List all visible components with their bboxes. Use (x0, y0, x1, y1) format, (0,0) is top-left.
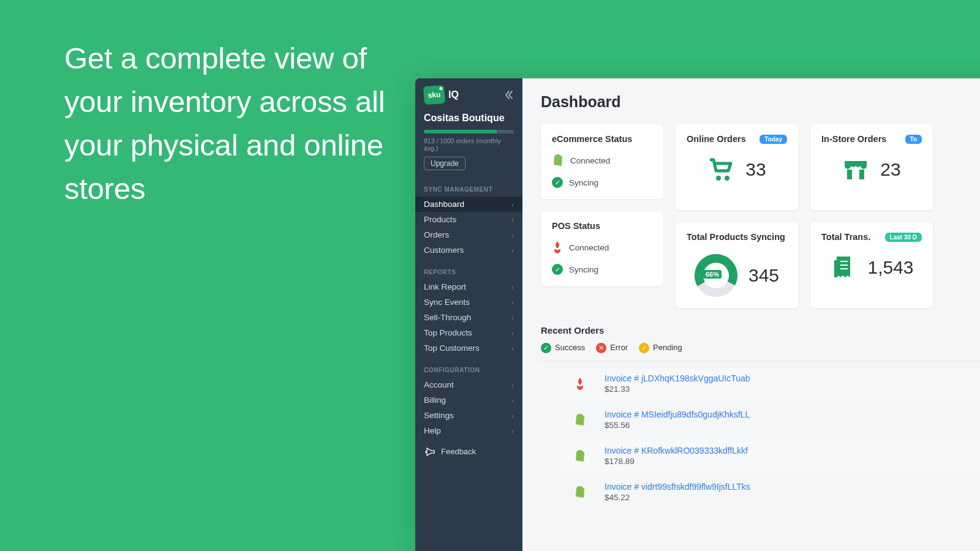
cart-icon (707, 156, 734, 183)
success-icon: ✓ (541, 343, 551, 353)
nav-orders[interactable]: Orders› (415, 227, 522, 242)
store-name: Cositas Boutique (424, 113, 514, 124)
collapse-sidebar-button[interactable] (504, 90, 514, 100)
card-pos-status: POS Status Connected ✓ Syncing (541, 211, 663, 286)
feedback-label: Feedback (441, 447, 476, 456)
order-row[interactable]: Invoice # MSIeidfju89dfs0gudjKhksfLL $55… (559, 403, 980, 436)
upgrade-button[interactable]: Upgrade (424, 157, 466, 170)
section-label-config: CONFIGURATION (415, 356, 522, 377)
nav-account[interactable]: Account› (415, 377, 522, 392)
check-icon: ✓ (552, 264, 563, 275)
nav-top-customers[interactable]: Top Customers› (415, 340, 522, 356)
nav-customers[interactable]: Customers› (415, 242, 522, 258)
nav-link-report[interactable]: Link Report› (415, 279, 522, 294)
shopify-icon (552, 154, 564, 167)
card-title: eCommerce Status (552, 134, 652, 144)
logo-badge-icon: sku (423, 85, 445, 105)
card-title: Online Orders (687, 134, 746, 144)
svg-point-1 (725, 176, 729, 181)
card-title: Total Products Syncing (687, 232, 787, 242)
card-title: Total Trans. (821, 232, 870, 242)
nav-dashboard[interactable]: Dashboard› (415, 197, 522, 212)
donut-pct-label: 66% (703, 270, 722, 279)
nav-products[interactable]: Products› (415, 212, 522, 227)
shopify-icon (568, 449, 592, 463)
lightspeed-icon (568, 377, 592, 391)
usage-progress (424, 130, 514, 133)
section-label-reports: REPORTS (415, 258, 522, 279)
invoice-link[interactable]: Invoice # jLDXhqK198skVggaUIcTuab (605, 373, 980, 383)
page-title: Dashboard (541, 93, 980, 111)
logo-suffix: IQ (448, 89, 459, 100)
nav-settings[interactable]: Settings› (415, 408, 522, 423)
main-content: Dashboard eCommerce Status Connected ✓ S… (522, 78, 980, 551)
invoice-link[interactable]: Invoice # KRofkwklRO039333kdffLkkf (605, 446, 980, 455)
nav-billing[interactable]: Billing› (415, 392, 522, 408)
error-icon: ✕ (596, 343, 606, 353)
donut-chart-icon: 66% (695, 254, 737, 297)
recent-orders-title: Recent Orders (541, 325, 980, 335)
check-icon: ✓ (552, 177, 563, 188)
metric-value: 23 (880, 159, 900, 180)
card-title: POS Status (552, 221, 652, 231)
receipt-icon (829, 254, 856, 281)
chevron-double-left-icon (504, 90, 514, 100)
svg-rect-4 (847, 170, 852, 179)
invoice-link[interactable]: Invoice # MSIeidfju89dfs0gudjKhksfLL (605, 410, 980, 419)
pill-today: To (905, 135, 922, 144)
recent-orders-section: Recent Orders ✓Success ✕Error ✓Pending I… (541, 325, 980, 508)
svg-rect-5 (859, 170, 864, 179)
card-total-trans: Total Trans. Last 30 D 1,543 (810, 222, 933, 308)
invoice-amount: $21.33 (605, 384, 980, 394)
metric-value: 1,543 (867, 257, 913, 278)
card-instore-orders: In-Store Orders To 23 (810, 124, 933, 210)
nav-sell-through[interactable]: Sell-Through› (415, 310, 522, 325)
card-online-orders: Online Orders Today 33 (676, 124, 798, 210)
shopify-icon (568, 485, 592, 499)
invoice-amount: $55.56 (605, 421, 980, 430)
lightspeed-icon (552, 241, 563, 254)
pill-today: Today (760, 135, 787, 144)
app-window: sku IQ Cositas Boutique 813 / 1000 order… (415, 78, 980, 551)
invoice-amount: $45.22 (605, 493, 980, 502)
svg-point-0 (716, 176, 721, 181)
bullhorn-icon (424, 448, 435, 456)
pending-icon: ✓ (639, 343, 649, 353)
card-ecommerce-status: eCommerce Status Connected ✓ Syncing (541, 124, 663, 199)
nav-help[interactable]: Help› (415, 423, 522, 438)
order-row[interactable]: Invoice # jLDXhqK198skVggaUIcTuab $21.33 (559, 367, 980, 400)
hero-headline: Get a complete view of your inventory ac… (64, 37, 395, 211)
pill-last30: Last 30 D (885, 233, 922, 242)
feedback-button[interactable]: Feedback (415, 438, 522, 461)
invoice-amount: $178.89 (605, 457, 980, 466)
usage-text: 813 / 1000 orders (monthly avg.) (424, 137, 514, 152)
metric-value: 33 (745, 159, 766, 180)
card-products-syncing: Total Products Syncing 66% 345 (676, 222, 798, 308)
section-label-sync: SYNC MANAGEMENT (415, 175, 522, 197)
order-row[interactable]: Invoice # KRofkwklRO039333kdffLkkf $178.… (559, 440, 980, 472)
shopify-icon (568, 413, 592, 427)
nav-sync-events[interactable]: Sync Events› (415, 294, 522, 310)
app-logo: sku IQ (424, 86, 459, 104)
invoice-link[interactable]: Invoice # vidrt99sfIskdf99flw9IjsfLLTks (605, 482, 980, 492)
metric-value: 345 (748, 265, 779, 286)
order-row[interactable]: Invoice # vidrt99sfIskdf99flw9IjsfLLTks … (559, 476, 980, 508)
card-title: In-Store Orders (821, 134, 886, 144)
store-icon (842, 156, 869, 183)
nav-top-products[interactable]: Top Products› (415, 325, 522, 340)
order-status-legend: ✓Success ✕Error ✓Pending (541, 343, 980, 361)
sidebar: sku IQ Cositas Boutique 813 / 1000 order… (415, 78, 522, 551)
